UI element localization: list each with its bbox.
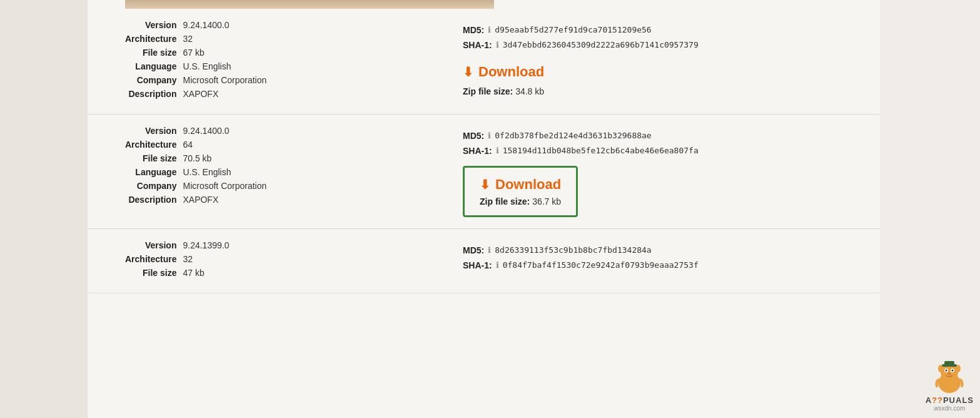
info-table-2: Version 9.24.1400.0 Architecture 64 File… (125, 126, 266, 208)
hashes-section-1: MD5: ℹ d95eaabf5d277ef91d9ca70151209e56 … (463, 25, 861, 50)
md5-row: MD5: ℹ 8d26339113f53c9b1b8bc7fbd134284a (463, 245, 861, 255)
info-icon[interactable]: ℹ (488, 131, 491, 140)
page-wrapper: Version 9.24.1400.0 Architecture 32 File… (0, 0, 980, 418)
info-row: Architecture 64 (125, 140, 266, 153)
entry-right-3: MD5: ℹ 8d26339113f53c9b1b8bc7fbd134284a … (450, 229, 880, 293)
md5-value: 0f2db378fbe2d124e4d3631b329688ae (495, 131, 651, 140)
appuals-mascot (929, 361, 970, 395)
language-label: Language (125, 167, 183, 181)
right-sidebar: A??PUALS wsxdn.com (880, 0, 980, 418)
download-icon: ⬇ (463, 64, 473, 79)
download-label: Download (478, 64, 544, 80)
entries-container: Version 9.24.1400.0 Architecture 32 File… (88, 9, 880, 293)
info-row: Architecture 32 (125, 34, 266, 48)
description-label: Description (125, 89, 183, 103)
company-value: Microsoft Corporation (183, 181, 266, 195)
info-table-1: Version 9.24.1400.0 Architecture 32 File… (125, 20, 266, 103)
description-label: Description (125, 195, 183, 208)
info-row: Company Microsoft Corporation (125, 181, 266, 195)
entry-left-3: Version 9.24.1399.0 Architecture 32 File… (88, 229, 450, 293)
info-row: Version 9.24.1399.0 (125, 240, 229, 254)
entry-left-1: Version 9.24.1400.0 Architecture 32 File… (88, 9, 450, 114)
download-icon: ⬇ (480, 177, 490, 192)
info-row: Architecture 32 (125, 254, 229, 268)
arch-value: 32 (183, 34, 266, 48)
arch-value: 64 (183, 140, 266, 153)
filesize-value: 70.5 kb (183, 153, 266, 167)
sha1-row: SHA-1: ℹ 3d47ebbd6236045309d2222a696b714… (463, 40, 861, 50)
download-label: Download (495, 176, 561, 193)
zip-size-value: 36.7 kb (532, 196, 561, 206)
svg-point-6 (948, 373, 951, 375)
sha1-label: SHA-1: (463, 146, 492, 156)
arch-label: Architecture (125, 254, 183, 268)
zip-size-value: 34.8 kb (515, 86, 544, 96)
entry-row: Version 9.24.1400.0 Architecture 32 File… (88, 9, 880, 115)
version-label: Version (125, 240, 183, 254)
filesize-label: File size (125, 268, 183, 282)
info-row: Language U.S. English (125, 167, 266, 181)
info-icon[interactable]: ℹ (496, 146, 499, 155)
md5-row: MD5: ℹ d95eaabf5d277ef91d9ca70151209e56 (463, 25, 861, 35)
filesize-value: 67 kb (183, 48, 266, 61)
info-row: Description XAPOFX (125, 195, 266, 208)
zip-size-label: Zip file size: (480, 196, 530, 206)
md5-row: MD5: ℹ 0f2db378fbe2d124e4d3631b329688ae (463, 131, 861, 141)
md5-label: MD5: (463, 131, 484, 141)
info-row: Language U.S. English (125, 61, 266, 75)
wsxdn-domain: wsxdn.com (934, 405, 965, 412)
info-icon[interactable]: ℹ (488, 245, 491, 255)
info-row: Version 9.24.1400.0 (125, 20, 266, 34)
entry-right-1: MD5: ℹ d95eaabf5d277ef91d9ca70151209e56 … (450, 9, 880, 114)
highlighted-download-box: ⬇ Download Zip file size: 36.7 kb (463, 166, 578, 217)
info-row: Version 9.24.1400.0 (125, 126, 266, 140)
info-icon[interactable]: ℹ (496, 40, 499, 49)
md5-label: MD5: (463, 245, 484, 255)
left-sidebar (0, 0, 88, 418)
info-row: Description XAPOFX (125, 89, 266, 103)
sha1-row: SHA-1: ℹ 158194d11db048be5fe12cb6c4abe46… (463, 146, 861, 156)
svg-point-5 (951, 370, 953, 372)
company-label: Company (125, 75, 183, 89)
hashes-section-2: MD5: ℹ 0f2db378fbe2d124e4d3631b329688ae … (463, 131, 861, 156)
svg-rect-10 (944, 361, 954, 365)
arch-label: Architecture (125, 34, 183, 48)
version-label: Version (125, 126, 183, 140)
info-row: Company Microsoft Corporation (125, 75, 266, 89)
version-value: 9.24.1400.0 (183, 126, 266, 140)
arch-label: Architecture (125, 140, 183, 153)
zip-size-row-1: Zip file size: 34.8 kb (463, 86, 861, 96)
md5-label: MD5: (463, 25, 484, 35)
appuals-brand-text: A??PUALS (926, 395, 974, 405)
appuals-logo: A??PUALS wsxdn.com (926, 361, 974, 412)
info-row: File size 67 kb (125, 48, 266, 61)
description-value: XAPOFX (183, 195, 266, 208)
sha1-row: SHA-1: ℹ 0f84f7baf4f1530c72e9242af0793b9… (463, 260, 861, 270)
sha1-label: SHA-1: (463, 260, 492, 270)
version-value: 9.24.1400.0 (183, 20, 266, 34)
info-row: File size 70.5 kb (125, 153, 266, 167)
hashes-section-3: MD5: ℹ 8d26339113f53c9b1b8bc7fbd134284a … (463, 245, 861, 270)
zip-size-label: Zip file size: (463, 86, 513, 96)
company-value: Microsoft Corporation (183, 75, 266, 89)
sha1-value: 0f84f7baf4f1530c72e9242af0793b9eaaa2753f (503, 260, 699, 270)
zip-size-row-2: Zip file size: 36.7 kb (480, 196, 561, 206)
info-icon[interactable]: ℹ (496, 260, 499, 270)
language-value: U.S. English (183, 167, 266, 181)
sha1-value: 158194d11db048be5fe12cb6c4abe46e6ea807fa (503, 146, 699, 155)
info-table-3: Version 9.24.1399.0 Architecture 32 File… (125, 240, 229, 282)
entry-right-2: MD5: ℹ 0f2db378fbe2d124e4d3631b329688ae … (450, 115, 880, 228)
info-row: File size 47 kb (125, 268, 229, 282)
language-value: U.S. English (183, 61, 266, 75)
download-button-2[interactable]: ⬇ Download (480, 176, 561, 193)
entry-left-2: Version 9.24.1400.0 Architecture 64 File… (88, 115, 450, 228)
language-label: Language (125, 61, 183, 75)
info-icon[interactable]: ℹ (488, 25, 491, 34)
md5-value: d95eaabf5d277ef91d9ca70151209e56 (495, 25, 651, 34)
download-button-1[interactable]: ⬇ Download (463, 64, 544, 80)
sha1-value: 3d47ebbd6236045309d2222a696b7141c0957379 (503, 40, 699, 49)
main-content: Version 9.24.1400.0 Architecture 32 File… (88, 0, 880, 418)
sha1-label: SHA-1: (463, 40, 492, 50)
filesize-label: File size (125, 48, 183, 61)
entry-row-highlighted: Version 9.24.1400.0 Architecture 64 File… (88, 115, 880, 229)
